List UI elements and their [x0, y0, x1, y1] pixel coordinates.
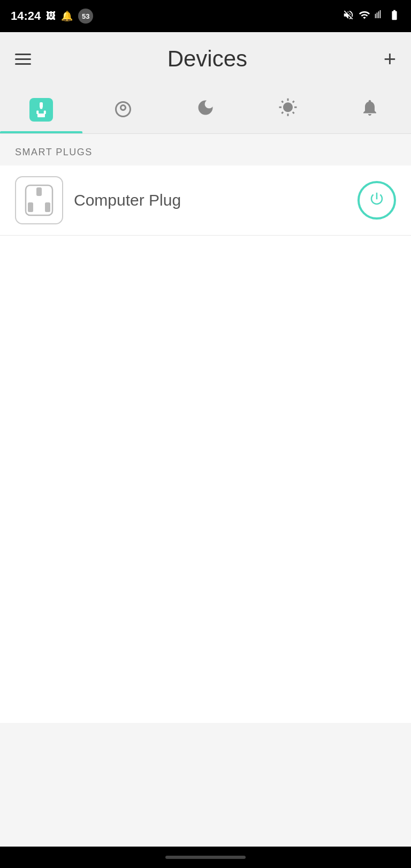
page-title: Devices: [168, 46, 247, 72]
night-mode-tab-icon: [196, 98, 215, 122]
mute-icon: [342, 9, 354, 24]
section-smart-plugs: SMART PLUGS: [0, 134, 411, 165]
svg-rect-7: [45, 202, 50, 212]
svg-rect-0: [35, 103, 48, 116]
svg-rect-6: [28, 202, 33, 212]
weather-tab-icon: [278, 98, 298, 122]
ring-icon: 🔔: [61, 10, 73, 22]
wifi-icon: [359, 9, 370, 24]
notification-badge: 53: [78, 9, 93, 24]
section-title: SMART PLUGS: [15, 147, 93, 157]
device-list: Computer Plug: [0, 165, 411, 236]
content-area: SMART PLUGS Computer Plug: [0, 134, 411, 723]
svg-rect-1: [40, 104, 42, 109]
camera-tab-icon: [113, 98, 133, 122]
tab-weather[interactable]: [247, 86, 329, 133]
status-bar-left: 14:24 🖼 🔔 53: [11, 9, 93, 24]
tab-night-mode[interactable]: [164, 86, 247, 133]
svg-rect-5: [36, 187, 42, 196]
time-display: 14:24: [11, 9, 41, 23]
tab-smart-plugs[interactable]: [0, 86, 82, 133]
smart-plug-tab-icon: [29, 98, 53, 122]
menu-button[interactable]: [15, 54, 31, 65]
power-icon: [369, 191, 385, 210]
tab-camera[interactable]: [82, 86, 165, 133]
device-name-label: Computer Plug: [74, 191, 347, 209]
power-toggle-button[interactable]: [357, 181, 396, 220]
svg-rect-3: [44, 110, 46, 114]
svg-rect-2: [36, 110, 39, 114]
device-icon: [15, 176, 63, 224]
plug-icon: [25, 184, 54, 216]
alerts-tab-icon: [360, 98, 379, 122]
status-bar: 14:24 🖼 🔔 53: [0, 0, 411, 32]
add-device-button[interactable]: +: [384, 47, 396, 71]
status-bar-right: [342, 9, 400, 24]
device-item-computer-plug[interactable]: Computer Plug: [0, 165, 411, 236]
photo-icon: 🖼: [46, 11, 56, 22]
tab-alerts[interactable]: [329, 86, 411, 133]
tab-bar: [0, 86, 411, 134]
signal-icon: [375, 9, 384, 24]
nav-pill: [165, 856, 246, 859]
battery-icon: [389, 9, 400, 24]
bottom-nav-bar: [0, 847, 411, 868]
app-header: Devices +: [0, 32, 411, 86]
